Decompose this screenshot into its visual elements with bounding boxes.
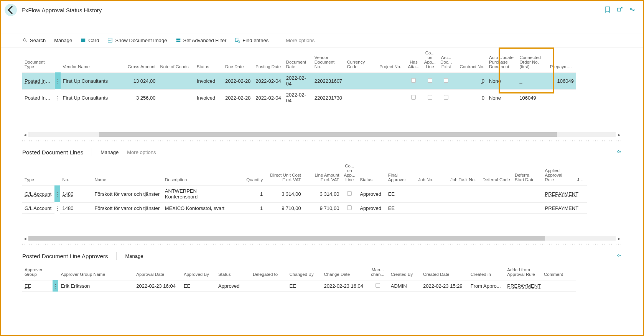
row-menu-icon[interactable]: ⋮ <box>55 89 61 106</box>
page-title: ExFlow Approval Status History <box>21 7 102 13</box>
card-icon <box>81 38 86 43</box>
main-row[interactable]: Posted Invo... ⋮ First Up Consultants 3 … <box>22 89 576 106</box>
svg-rect-1 <box>81 39 86 42</box>
bookmark-icon[interactable] <box>604 6 611 14</box>
svg-rect-4 <box>176 41 180 42</box>
popout-icon[interactable] <box>616 6 623 14</box>
approver-row[interactable]: EE ⋮ Erik Eriksson 2022-02-23 16:04 EE A… <box>22 280 576 292</box>
share-icon[interactable] <box>616 149 622 156</box>
find-entries-action[interactable]: Find entries <box>235 38 268 43</box>
checkbox[interactable] <box>428 78 432 83</box>
col-arc[interactable]: Arc... Doc... Exist <box>438 48 454 72</box>
row-menu-icon[interactable]: ⋮ <box>55 72 61 89</box>
col-doc-type[interactable]: Document Type <box>22 48 55 72</box>
svg-rect-5 <box>236 38 238 42</box>
col-vendordoc[interactable]: Vendor Document No. <box>312 48 345 72</box>
checkbox[interactable] <box>376 283 380 288</box>
col-posting[interactable]: Posting Date <box>253 48 283 72</box>
scroll-right-icon: ▸ <box>616 132 622 137</box>
approvers-section-title: Posted Document Line Approvers <box>22 253 108 259</box>
collapse-icon[interactable] <box>629 6 636 14</box>
adv-filter-icon <box>176 38 181 43</box>
line-row[interactable]: G/L Account ⋮ 1480 Förskott för varor oc… <box>22 202 587 214</box>
col-due[interactable]: Due Date <box>223 48 253 72</box>
svg-rect-3 <box>176 39 180 40</box>
search-action[interactable]: Search <box>22 38 46 43</box>
manage-action[interactable]: Manage <box>54 38 72 43</box>
row-menu-icon[interactable]: ⋮ <box>54 202 60 214</box>
col-status[interactable]: Status <box>194 48 223 72</box>
lines-section-title: Posted Document Lines <box>22 149 83 156</box>
lines-more-action[interactable]: More options <box>127 149 156 155</box>
approvers-manage-action[interactable]: Manage <box>125 253 143 259</box>
lines-manage-action[interactable]: Manage <box>100 149 119 155</box>
svg-point-0 <box>23 39 26 41</box>
checkbox[interactable] <box>347 191 352 196</box>
checkbox[interactable] <box>347 205 352 210</box>
checkbox[interactable] <box>428 95 432 100</box>
checkbox[interactable] <box>411 78 416 83</box>
main-row[interactable]: Posted Invo... ⋮ First Up Consultants 13… <box>22 72 576 89</box>
col-connected[interactable]: Connected Order No. (first) <box>517 48 547 72</box>
lines-grid: Type No. Name Description Quantity Direc… <box>22 161 587 214</box>
horizontal-scrollbar[interactable]: ◂ ▸ <box>22 131 622 138</box>
horizontal-scrollbar[interactable]: ◂ ▸ <box>22 235 622 241</box>
col-contract[interactable]: Contract No. <box>454 48 487 72</box>
set-advanced-filter-action[interactable]: Set Advanced Filter <box>176 38 227 43</box>
col-notes[interactable]: Note of Goods <box>158 48 194 72</box>
show-doc-image-action[interactable]: Show Document Image <box>107 38 167 43</box>
card-action[interactable]: Card <box>81 38 99 43</box>
col-coline[interactable]: Co... on App... Line <box>422 48 438 72</box>
share-icon[interactable] <box>616 252 622 260</box>
col-auto[interactable]: Auto Update Purchase Document <box>487 48 517 72</box>
back-button[interactable] <box>5 4 17 16</box>
col-project[interactable]: Project No. <box>377 48 405 72</box>
more-options-action[interactable]: More options <box>286 38 315 43</box>
row-menu-icon[interactable]: ⋮ <box>53 280 59 292</box>
col-gross[interactable]: Gross Amount <box>117 48 158 72</box>
col-prepay[interactable]: Prepayment Order No. <box>548 48 576 72</box>
main-grid: Document Type Vendor Name Gross Amount N… <box>22 48 576 106</box>
line-row[interactable]: G/L Account ⋮ 1480 Förskott för varor oc… <box>22 185 587 202</box>
col-vendor[interactable]: Vendor Name <box>61 48 117 72</box>
col-currency[interactable]: Currency Code <box>344 48 377 72</box>
search-icon <box>22 38 28 43</box>
find-icon <box>235 38 240 43</box>
col-docdate[interactable]: Document Date <box>284 48 312 72</box>
checkbox[interactable] <box>444 95 448 100</box>
arrow-left-icon <box>5 4 17 16</box>
row-menu-icon[interactable]: ⋮ <box>54 185 60 202</box>
approvers-grid: Approver Group Approver Group Name Appro… <box>22 264 576 292</box>
checkbox[interactable] <box>411 95 416 100</box>
col-hasatt[interactable]: Has Atta... <box>405 48 422 72</box>
scroll-left-icon: ◂ <box>22 132 28 137</box>
document-image-icon <box>107 38 113 43</box>
checkbox[interactable] <box>444 78 448 83</box>
